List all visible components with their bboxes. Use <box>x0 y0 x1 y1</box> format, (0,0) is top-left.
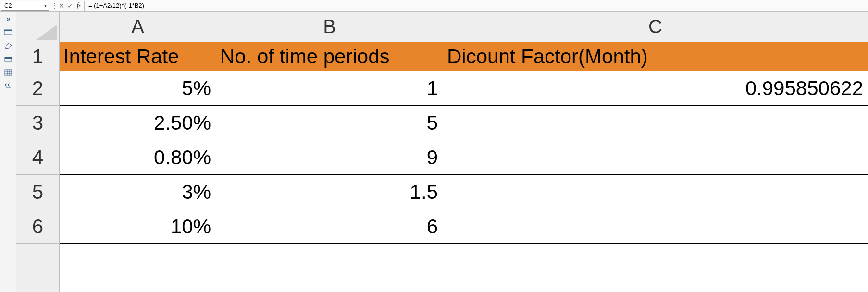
name-box-value: C2 <box>4 2 12 9</box>
table-row: 5% 1 0.995850622 <box>60 71 868 106</box>
select-all-corner[interactable] <box>16 12 60 42</box>
cell-C3[interactable] <box>443 106 868 140</box>
column-header-A[interactable]: A <box>60 12 216 42</box>
cell-C1[interactable]: Dicount Factor(Month) <box>443 42 868 71</box>
svg-point-10 <box>8 84 11 86</box>
cell-A4[interactable]: 0.80% <box>60 140 216 174</box>
row-header-2[interactable]: 2 <box>16 71 59 106</box>
separator <box>84 1 85 11</box>
svg-rect-4 <box>5 70 12 75</box>
column-header-row: A B C <box>16 12 868 42</box>
table-row: 2.50% 5 <box>60 106 868 140</box>
formula-bar-row: C2 ▾ ⋮ ✕ ✓ fx <box>0 0 868 12</box>
column-header-B[interactable]: B <box>216 12 443 42</box>
table-row: 3% 1.5 <box>60 175 868 209</box>
cell-C5[interactable] <box>443 175 868 209</box>
cell-B3[interactable]: 5 <box>216 106 443 140</box>
table-header-row: Interest Rate No. of time periods Dicoun… <box>60 42 868 71</box>
svg-rect-1 <box>4 30 12 31</box>
cancel-formula-button[interactable]: ✕ <box>57 1 66 11</box>
cell-A2[interactable]: 5% <box>60 71 216 105</box>
grid-body: Interest Rate No. of time periods Dicoun… <box>60 42 868 292</box>
formula-input[interactable] <box>86 1 868 11</box>
cell-A5[interactable]: 3% <box>60 175 216 209</box>
cell-A6[interactable]: 10% <box>60 209 216 243</box>
row-header-1[interactable]: 1 <box>16 42 59 71</box>
cell-B4[interactable]: 9 <box>216 140 443 174</box>
cell-B2[interactable]: 1 <box>216 71 443 105</box>
cell-B6[interactable]: 6 <box>216 209 443 243</box>
expand-sidebar-icon[interactable]: » <box>3 14 13 23</box>
row-header-3[interactable]: 3 <box>16 106 59 140</box>
navigator-icon[interactable] <box>3 68 13 77</box>
accept-formula-button[interactable]: ✓ <box>66 1 74 11</box>
cell-B1[interactable]: No. of time periods <box>216 42 443 71</box>
chevron-down-icon: ▾ <box>44 3 47 8</box>
row-header-4[interactable]: 4 <box>16 140 59 175</box>
cell-A3[interactable]: 2.50% <box>60 106 216 140</box>
row-header-column: 1 2 3 4 5 6 <box>16 42 60 292</box>
row-header-5[interactable]: 5 <box>16 175 59 209</box>
cell-C2[interactable]: 0.995850622 <box>443 71 868 105</box>
gallery-icon[interactable] <box>3 55 13 63</box>
separator <box>51 1 51 11</box>
cell-A1[interactable]: Interest Rate <box>60 42 216 71</box>
column-header-C[interactable]: C <box>443 12 868 42</box>
name-box[interactable]: C2 ▾ <box>1 1 49 11</box>
functions-icon[interactable] <box>3 82 13 90</box>
table-row: 0.80% 9 <box>60 140 868 175</box>
function-wizard-button[interactable]: fx <box>74 1 83 11</box>
row-header-6[interactable]: 6 <box>16 209 59 244</box>
svg-rect-3 <box>5 57 12 59</box>
cell-C6[interactable] <box>443 209 868 243</box>
kebab-icon[interactable]: ⋮ <box>52 1 57 11</box>
svg-point-9 <box>5 84 8 86</box>
vertical-toolbar: » <box>0 12 16 292</box>
styles-icon[interactable] <box>3 41 13 50</box>
table-row: 10% 6 <box>60 209 868 244</box>
cell-B5[interactable]: 1.5 <box>216 175 443 209</box>
cell-C4[interactable] <box>443 140 868 174</box>
properties-icon[interactable] <box>3 28 13 36</box>
spreadsheet: A B C 1 2 3 4 5 6 Interest Rate No. of t… <box>16 12 868 292</box>
